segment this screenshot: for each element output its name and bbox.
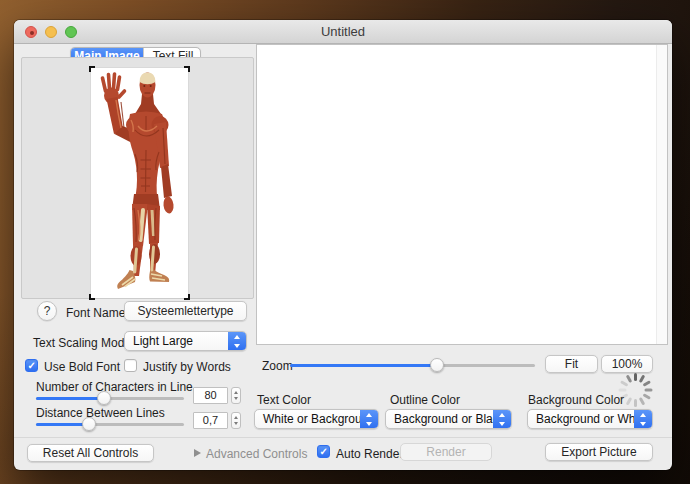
zoom-slider-knob[interactable] [430, 358, 444, 372]
use-bold-font-label: Use Bold Font [44, 360, 120, 374]
chevron-up-down-icon [360, 409, 379, 429]
justify-by-words-label: Justify by Words [143, 360, 231, 374]
chars-per-line-stepper[interactable] [231, 387, 241, 404]
bottom-separator [14, 437, 672, 438]
chars-per-line-field[interactable]: 80 [193, 387, 228, 404]
distance-between-lines-field[interactable]: 0,7 [193, 412, 228, 429]
zoom-label: Zoom [262, 359, 293, 373]
main-image-preview[interactable] [91, 68, 188, 298]
fit-button[interactable]: Fit [545, 355, 598, 373]
advanced-controls-disclosure[interactable]: Advanced Controls [206, 447, 307, 461]
crop-handle-bottom-right[interactable] [184, 294, 190, 300]
background-color-select[interactable]: Background or White... [527, 409, 653, 429]
app-window: Untitled Main Image Text Fill [14, 20, 672, 470]
outline-color-select[interactable]: Background or Black... [385, 409, 512, 429]
chars-per-line-slider[interactable] [36, 391, 184, 406]
window-title: Untitled [14, 24, 672, 39]
distance-between-lines-slider[interactable] [36, 417, 184, 432]
chevron-up-down-icon [493, 409, 512, 429]
text-scaling-mode-select[interactable]: Light Large [124, 331, 247, 351]
text-color-select[interactable]: White or Background... [254, 409, 379, 429]
auto-render-label: Auto Render [336, 447, 403, 461]
background-color-label: Background Color [528, 393, 624, 407]
font-name-button[interactable]: Systeemlettertype [124, 301, 247, 321]
render-button[interactable]: Render [400, 443, 492, 461]
crop-handle-bottom-left[interactable] [89, 294, 95, 300]
chevron-up-down-icon [228, 331, 247, 351]
auto-render-checkbox[interactable] [317, 445, 330, 458]
render-canvas[interactable] [256, 44, 668, 345]
help-button[interactable]: ? [37, 301, 57, 321]
image-well [21, 57, 254, 299]
justify-by-words-checkbox[interactable] [124, 359, 137, 372]
font-name-label: Font Name [66, 306, 125, 320]
title-bar: Untitled [14, 20, 672, 44]
crop-handle-top-left[interactable] [89, 66, 95, 72]
crop-handle-top-right[interactable] [184, 66, 190, 72]
chevron-up-down-icon [634, 409, 653, 429]
anatomy-figure-image [91, 68, 188, 298]
use-bold-font-checkbox[interactable] [25, 359, 38, 372]
reset-all-controls-button[interactable]: Reset All Controls [27, 444, 154, 462]
chars-per-line-slider-knob[interactable] [97, 391, 111, 405]
text-color-label: Text Color [257, 393, 311, 407]
canvas-scrollbar[interactable] [656, 45, 667, 344]
text-scaling-mode-label: Text Scaling Mode [33, 336, 131, 350]
distance-between-lines-slider-knob[interactable] [82, 417, 96, 431]
zoom-slider[interactable] [290, 358, 535, 373]
export-picture-button[interactable]: Export Picture [545, 443, 653, 461]
outline-color-label: Outline Color [390, 393, 460, 407]
distance-between-lines-stepper[interactable] [231, 412, 241, 429]
disclosure-triangle-icon[interactable] [194, 449, 201, 457]
hundred-percent-button[interactable]: 100% [601, 355, 653, 373]
